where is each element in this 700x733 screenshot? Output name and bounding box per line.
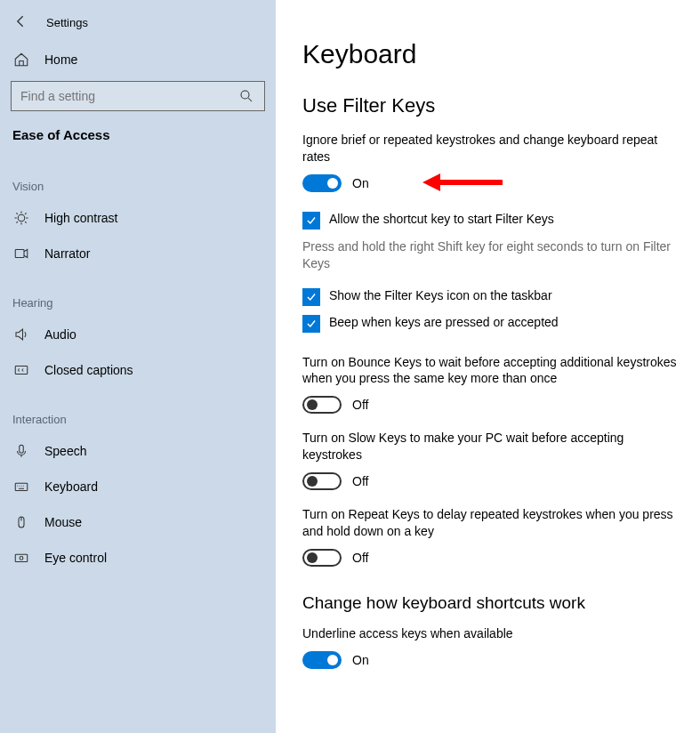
nav-label: Keyboard — [44, 479, 98, 494]
svg-rect-4 — [20, 445, 24, 453]
slow-keys-toggle[interactable] — [302, 472, 342, 490]
allow-shortcut-sub: Press and hold the right Shift key for e… — [302, 238, 686, 272]
show-taskbar-label: Show the Filter Keys icon on the taskbar — [329, 288, 552, 302]
sidebar-item-speech[interactable]: Speech — [0, 433, 276, 469]
underline-toggle-label: On — [352, 653, 369, 667]
high-contrast-icon — [12, 209, 30, 227]
nav-label: Eye control — [44, 551, 107, 565]
bounce-toggle-label: Off — [352, 398, 368, 412]
sidebar-item-narrator[interactable]: Narrator — [0, 236, 276, 271]
shortcuts-heading: Change how keyboard shortcuts work — [302, 593, 686, 613]
titlebar: Settings — [0, 7, 276, 42]
nav-label: High contrast — [44, 211, 117, 225]
nav-label: Speech — [44, 444, 86, 458]
allow-shortcut-label: Allow the shortcut key to start Filter K… — [329, 212, 554, 226]
sidebar-item-keyboard[interactable]: Keyboard — [0, 469, 276, 504]
group-vision: Vision — [0, 155, 276, 200]
svg-point-0 — [241, 91, 249, 99]
group-hearing: Hearing — [0, 271, 276, 317]
show-taskbar-checkbox[interactable] — [302, 288, 320, 306]
show-taskbar-row: Show the Filter Keys icon on the taskbar — [302, 288, 686, 306]
slow-toggle-label: Off — [352, 474, 368, 488]
app-title: Settings — [46, 16, 88, 29]
nav-label: Narrator — [44, 246, 90, 261]
home-button[interactable]: Home — [0, 42, 276, 77]
filter-keys-toggle[interactable] — [302, 174, 342, 192]
sidebar-item-eye-control[interactable]: Eye control — [0, 540, 276, 576]
filter-heading: Use Filter Keys — [302, 94, 686, 117]
svg-rect-3 — [15, 366, 28, 375]
svg-rect-2 — [15, 250, 24, 258]
filter-desc: Ignore brief or repeated keystrokes and … — [302, 132, 686, 165]
sidebar: Settings Home Ease of Access Vision High… — [0, 0, 276, 733]
group-interaction: Interaction — [0, 388, 276, 433]
audio-icon — [12, 326, 30, 343]
allow-shortcut-row: Allow the shortcut key to start Filter K… — [302, 212, 686, 230]
search-wrap — [0, 77, 276, 120]
sidebar-item-closed-captions[interactable]: Closed captions — [0, 352, 276, 388]
narrator-icon — [12, 245, 30, 262]
bounce-block: Turn on Bounce Keys to wait before accep… — [302, 354, 686, 415]
nav-label: Audio — [44, 327, 76, 342]
closed-captions-icon — [12, 361, 30, 379]
repeat-block: Turn on Repeat Keys to delay repeated ke… — [302, 506, 686, 567]
repeat-desc: Turn on Repeat Keys to delay repeated ke… — [302, 506, 686, 540]
speech-icon — [12, 442, 30, 460]
underline-toggle[interactable] — [302, 651, 342, 669]
sidebar-item-audio[interactable]: Audio — [0, 317, 276, 352]
slow-block: Turn on Slow Keys to make your PC wait b… — [302, 430, 686, 490]
beep-label: Beep when keys are pressed or accepted — [329, 315, 559, 329]
main-content: Keyboard Use Filter Keys Ignore brief or… — [276, 0, 700, 733]
home-icon — [12, 51, 30, 68]
nav-label: Closed captions — [44, 363, 133, 377]
allow-shortcut-checkbox[interactable] — [302, 212, 320, 230]
search-icon — [237, 87, 255, 105]
bounce-desc: Turn on Bounce Keys to wait before accep… — [302, 354, 686, 388]
eye-control-icon — [12, 549, 30, 567]
search-box[interactable] — [11, 81, 265, 111]
page-title: Keyboard — [302, 39, 686, 69]
svg-marker-10 — [422, 173, 440, 191]
search-input[interactable] — [20, 89, 220, 103]
underline-desc: Underline access keys when available — [302, 625, 686, 642]
svg-point-8 — [20, 557, 23, 560]
repeat-toggle-label: Off — [352, 551, 368, 565]
beep-row: Beep when keys are pressed or accepted — [302, 315, 686, 333]
svg-rect-5 — [15, 483, 28, 490]
filter-toggle-row: On — [302, 174, 686, 192]
section-header: Ease of Access — [0, 120, 276, 155]
back-icon[interactable] — [12, 12, 30, 33]
keyboard-icon — [12, 478, 30, 495]
svg-point-1 — [18, 214, 25, 222]
sidebar-item-high-contrast[interactable]: High contrast — [0, 200, 276, 236]
filter-toggle-label: On — [352, 176, 369, 190]
home-label: Home — [44, 52, 77, 67]
annotation-arrow-icon — [418, 169, 507, 196]
beep-checkbox[interactable] — [302, 315, 320, 333]
nav-label: Mouse — [44, 515, 82, 529]
bounce-keys-toggle[interactable] — [302, 396, 342, 414]
slow-desc: Turn on Slow Keys to make your PC wait b… — [302, 430, 686, 463]
repeat-keys-toggle[interactable] — [302, 549, 342, 567]
mouse-icon — [12, 513, 30, 531]
sidebar-item-mouse[interactable]: Mouse — [0, 504, 276, 540]
svg-rect-7 — [15, 554, 28, 561]
